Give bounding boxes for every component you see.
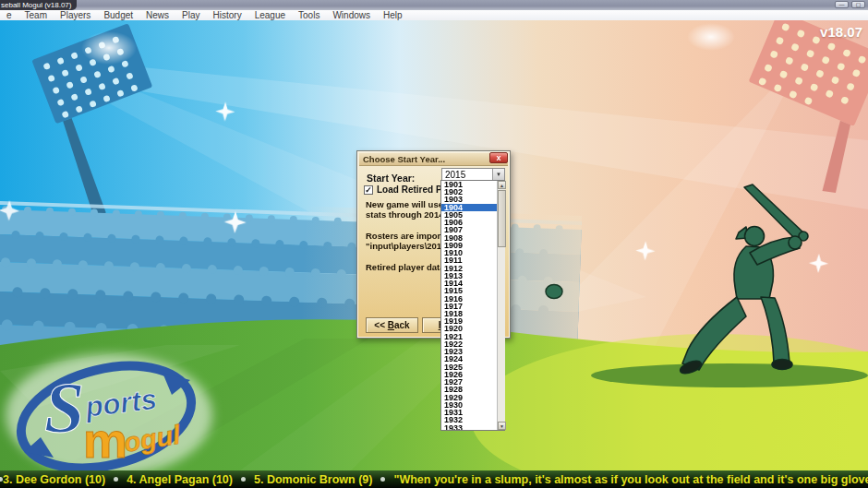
start-year-combobox[interactable]: 2015 ▼ (441, 168, 505, 181)
minimize-button[interactable]: — (835, 1, 849, 8)
start-year-label: Start Year: (367, 173, 415, 184)
news-ticker: 3. Dee Gordon (10) 4. Angel Pagan (10) 5… (0, 470, 868, 488)
dialog-title: Choose Start Year... (359, 153, 508, 166)
svg-text:m: m (83, 412, 127, 468)
ticker-item: "When you're in a slump, it's almost as … (393, 473, 868, 486)
menu-item[interactable]: Budget (97, 10, 139, 20)
ticker-bullet-icon (114, 477, 118, 482)
ticker-item: 5. Domonic Brown (9) (254, 473, 393, 486)
list-scrollbar[interactable]: ▲ ▼ (497, 181, 505, 430)
menu-item[interactable]: Tools (292, 10, 326, 20)
window-title: seball Mogul (v18.07) (0, 0, 77, 10)
menu-item[interactable]: League (248, 10, 292, 20)
menu-item[interactable]: Help (377, 10, 409, 20)
scroll-down-icon[interactable]: ▼ (498, 422, 506, 430)
app-window: S ports m ogul v18.07 seball Mogul (v18.… (0, 0, 868, 488)
menu-item[interactable]: Windows (326, 10, 377, 20)
menu-bar: eTeamPlayersBudgetNewsPlayHistoryLeagueT… (0, 10, 868, 20)
menu-item[interactable]: Players (54, 10, 97, 20)
batter-shadow (591, 363, 868, 387)
scroll-up-icon[interactable]: ▲ (498, 181, 506, 189)
maximize-button[interactable]: ▢ (851, 1, 865, 8)
menu-item[interactable]: History (207, 10, 248, 20)
ticker-bullet-icon (241, 477, 246, 482)
year-dropdown-list: 1901190219031904190519061907190819091910… (440, 180, 505, 431)
ticker-item: 4. Angel Pagan (10) (127, 473, 254, 486)
scrollbar-thumb[interactable] (498, 190, 506, 247)
back-button[interactable]: << Back (366, 317, 418, 333)
menu-item[interactable]: News (139, 10, 175, 20)
ticker-item: 3. Dee Gordon (10) (3, 473, 127, 486)
combo-value: 2015 (445, 170, 465, 180)
checkbox-checked-icon[interactable]: ✓ (364, 185, 373, 195)
menu-item[interactable]: e (0, 10, 18, 20)
baseball (546, 285, 562, 299)
year-option[interactable]: 1933 (441, 424, 504, 432)
close-icon[interactable]: x (489, 152, 508, 163)
svg-text:S: S (44, 367, 84, 447)
ticker-bullet-icon (380, 477, 385, 482)
menu-item[interactable]: Team (18, 10, 54, 20)
chevron-down-icon[interactable]: ▼ (492, 169, 504, 180)
titlebar: seball Mogul (v18.07) — ▢ (0, 0, 868, 10)
version-label: v18.07 (820, 24, 862, 40)
menu-item[interactable]: Play (175, 10, 206, 20)
